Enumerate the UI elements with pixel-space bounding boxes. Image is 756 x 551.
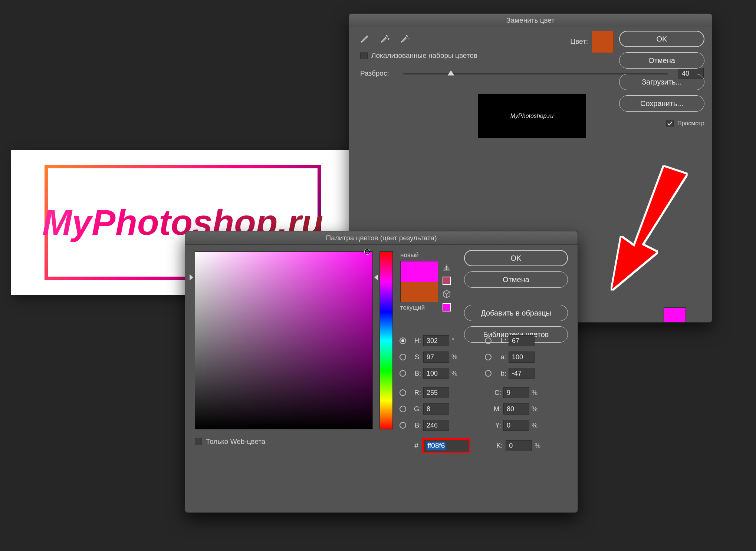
- ok-button[interactable]: OK: [619, 31, 704, 47]
- gamut-swatch[interactable]: [443, 277, 451, 285]
- red-value[interactable]: 255: [423, 387, 449, 398]
- lightness-radio[interactable]: [485, 337, 492, 344]
- web-only-checkbox[interactable]: [195, 438, 202, 445]
- svg-rect-1: [446, 266, 447, 268]
- hex-hash-label: #: [414, 442, 418, 450]
- color-picker-dialog: Палитра цветов (цвет результата) новый т…: [185, 231, 578, 513]
- a-value[interactable]: 100: [509, 352, 535, 363]
- green-radio[interactable]: [400, 406, 406, 412]
- eyedropper-icon[interactable]: [360, 34, 370, 45]
- hue-slider[interactable]: [379, 251, 393, 429]
- hue-value[interactable]: 302: [423, 335, 449, 346]
- yellow-value[interactable]: 0: [503, 420, 529, 431]
- gamut-warning-icon[interactable]: [443, 263, 451, 271]
- b-value[interactable]: -47: [509, 368, 535, 379]
- hue-label: H:: [411, 337, 421, 345]
- svg-rect-2: [446, 269, 447, 270]
- saturation-radio[interactable]: [400, 354, 406, 360]
- magenta-label: M:: [491, 405, 501, 413]
- result-color-swatch[interactable]: [664, 307, 686, 323]
- hue-radio[interactable]: [400, 337, 406, 344]
- localized-clusters-label: Локализованные наборы цветов: [371, 52, 477, 60]
- green-value[interactable]: 8: [423, 403, 449, 415]
- color-cursor[interactable]: [365, 249, 370, 254]
- cyan-label: C:: [491, 389, 501, 397]
- source-color-swatch[interactable]: [592, 31, 614, 53]
- saturation-label: S:: [411, 353, 421, 361]
- hex-input[interactable]: ff08f6: [422, 438, 470, 453]
- eyedropper-subtract-icon[interactable]: [400, 34, 410, 45]
- web-safe-swatch[interactable]: [443, 303, 451, 311]
- cyan-value[interactable]: 9: [503, 387, 529, 398]
- field-pointer-right-icon: [374, 274, 378, 280]
- a-radio[interactable]: [485, 354, 492, 360]
- red-radio[interactable]: [400, 389, 406, 396]
- cancel-button[interactable]: Отмена: [464, 271, 568, 288]
- saturation-value[interactable]: 97: [423, 352, 449, 363]
- new-current-swatch[interactable]: [400, 261, 438, 302]
- a-label: a:: [496, 353, 506, 361]
- cancel-button[interactable]: Отмена: [619, 52, 704, 69]
- black-label: K:: [496, 442, 503, 450]
- lightness-value[interactable]: 67: [509, 335, 535, 346]
- selection-preview: MyPhotoshop.ru: [478, 94, 586, 138]
- dialog-title[interactable]: Палитра цветов (цвет результата): [185, 231, 578, 245]
- preview-checkbox-label: Просмотр: [677, 120, 704, 127]
- color-label: Цвет:: [570, 37, 588, 46]
- new-color-label: новый: [400, 251, 456, 259]
- new-color-swatch: [401, 261, 438, 282]
- green-label: G:: [411, 405, 421, 413]
- brightness-value[interactable]: 100: [423, 368, 449, 379]
- save-button[interactable]: Сохранить...: [619, 95, 704, 112]
- field-pointer-left-icon: [190, 274, 193, 280]
- blue-value[interactable]: 246: [423, 420, 449, 431]
- yellow-label: Y:: [491, 422, 501, 429]
- dialog-title[interactable]: Заменить цвет: [349, 14, 712, 27]
- fuzziness-label: Разброс:: [360, 69, 397, 77]
- brightness-radio[interactable]: [400, 370, 406, 377]
- blue-radio[interactable]: [400, 422, 406, 429]
- saturation-field[interactable]: [195, 251, 373, 429]
- current-color-swatch[interactable]: [401, 282, 438, 302]
- blue-label: B:: [411, 422, 421, 429]
- b-label: b:: [496, 370, 506, 377]
- add-to-swatches-button[interactable]: Добавить в образцы: [464, 305, 568, 321]
- b-radio[interactable]: [485, 370, 492, 377]
- web-safe-warning-icon[interactable]: [443, 290, 451, 298]
- black-value[interactable]: 0: [506, 440, 532, 451]
- web-only-label: Только Web-цвета: [206, 438, 265, 446]
- load-button[interactable]: Загрузить...: [619, 74, 704, 90]
- preview-checkbox[interactable]: [666, 120, 674, 127]
- localized-clusters-checkbox[interactable]: [360, 52, 368, 59]
- red-label: R:: [411, 389, 421, 397]
- slider-thumb[interactable]: [448, 70, 454, 76]
- preview-text: MyPhotoshop.ru: [510, 113, 554, 119]
- lightness-label: L:: [496, 337, 506, 345]
- eyedropper-add-icon[interactable]: [380, 34, 390, 45]
- brightness-label: B:: [411, 370, 421, 377]
- ok-button[interactable]: OK: [464, 250, 568, 266]
- magenta-value[interactable]: 80: [503, 403, 529, 415]
